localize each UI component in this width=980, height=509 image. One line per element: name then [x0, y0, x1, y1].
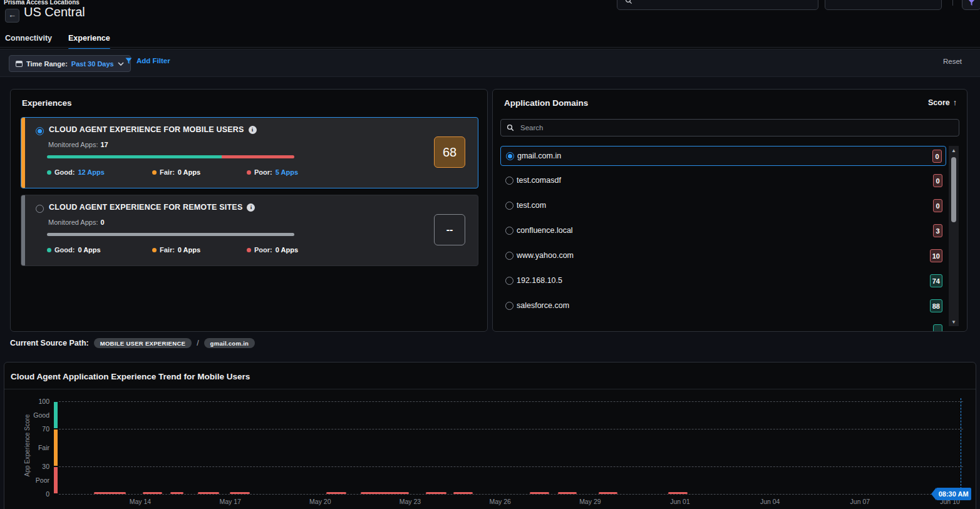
x-tick-label: May 17 [219, 498, 240, 505]
legend-value: 0 Apps [276, 246, 298, 254]
time-range-dropdown[interactable]: Time Range: Past 30 Days [9, 55, 131, 72]
gridline [59, 401, 963, 402]
application-domains-panel: Application Domains Score ↑ gmail.com.in… [492, 89, 967, 332]
score-sort-header[interactable]: Score ↑ [928, 98, 957, 107]
application-domains-title: Application Domains [504, 98, 588, 108]
domain-radio[interactable] [505, 302, 513, 310]
series-segment [230, 492, 250, 494]
experience-radio[interactable] [36, 127, 44, 135]
axis-band-good [54, 402, 58, 428]
scroll-down-button[interactable]: ▼ [949, 317, 959, 326]
tab-bar-divider [0, 47, 980, 48]
series-segment [668, 492, 687, 494]
domain-radio[interactable] [505, 252, 513, 260]
domain-row[interactable]: gmail.com.in0 [500, 146, 946, 166]
series-segment [143, 492, 162, 494]
score-badge: 0 [932, 150, 942, 163]
legend-item: Fair:0 Apps [152, 246, 200, 254]
score-badge: 3 [933, 224, 942, 237]
legend-dot [152, 248, 157, 252]
series-segment [426, 492, 446, 494]
legend-value[interactable]: 12 Apps [78, 168, 104, 176]
legend-label: Poor: [254, 168, 272, 176]
score-badge: 0 [933, 199, 942, 212]
domain-row[interactable]: www.yahoo.com10 [500, 246, 946, 266]
experience-radio[interactable] [36, 205, 44, 213]
legend-label: Fair: [160, 246, 175, 254]
apps-distribution-bar [47, 155, 294, 158]
x-tick-label: May 23 [400, 498, 421, 505]
scroll-up-button[interactable]: ▲ [949, 146, 959, 155]
experience-card-remote-sites[interactable]: CLOUD AGENT EXPERIENCE FOR REMOTE SITESM… [21, 195, 478, 266]
experience-card-title: CLOUD AGENT EXPERIENCE FOR MOBILE USERS [49, 125, 244, 134]
series-segment [94, 492, 126, 494]
monitored-apps: Monitored Apps:0 [48, 219, 105, 226]
search-icon [507, 124, 514, 131]
legend-item: Poor:5 Apps [247, 168, 298, 176]
domain-row[interactable] [500, 321, 946, 332]
domain-radio[interactable] [505, 227, 513, 235]
monitored-apps-value: 17 [101, 141, 108, 148]
domain-row[interactable]: test.com0 [500, 196, 946, 216]
legend-value[interactable]: 5 Apps [276, 168, 298, 176]
experiences-panel: Experiences CLOUD AGENT EXPERIENCE FOR M… [10, 89, 488, 332]
back-button[interactable]: ← [5, 9, 19, 23]
header: Prisma Access Locations ← US Central [0, 0, 980, 49]
legend-dot [247, 170, 251, 175]
domain-radio[interactable] [505, 277, 513, 285]
domain-radio[interactable] [505, 202, 513, 210]
y-tick-label: 100 [26, 398, 49, 405]
x-tick-label: Jun 01 [670, 498, 690, 505]
domain-row[interactable]: confluence.local3 [500, 221, 946, 241]
legend-item: Good:12 Apps [47, 168, 105, 176]
source-path-label: Current Source Path: [10, 339, 89, 347]
domain-row[interactable]: 192.168.10.574 [500, 271, 946, 291]
domain-search-input[interactable] [519, 123, 953, 132]
score-badge [933, 324, 942, 332]
x-tick-label: May 26 [489, 498, 510, 505]
legend-value: 0 Apps [78, 246, 100, 254]
sort-ascending-icon: ↑ [953, 98, 957, 107]
domain-radio[interactable] [506, 152, 514, 160]
domain-row[interactable]: test.comasdf0 [500, 171, 946, 191]
page-title: US Central [24, 5, 85, 19]
apps-distribution-bar [47, 233, 294, 236]
score-box: 68 [434, 136, 465, 168]
legend-value: 0 Apps [178, 168, 200, 176]
domain-radio[interactable] [505, 177, 513, 185]
current-time-line [961, 398, 961, 489]
experience-card-title: CLOUD AGENT EXPERIENCE FOR REMOTE SITES [49, 203, 242, 212]
experience-card-mobile-users[interactable]: CLOUD AGENT EXPERIENCE FOR MOBILE USERSM… [21, 117, 478, 188]
scrollbar[interactable]: ▲ ▼ [949, 146, 959, 326]
source-path-pill[interactable]: gmail.com.in [204, 338, 255, 348]
domain-name: www.yahoo.com [517, 251, 574, 260]
search-icon [625, 0, 632, 4]
reset-button[interactable]: Reset [943, 58, 962, 65]
y-tick-label: Good [26, 411, 49, 419]
domain-row[interactable]: salesforce.com88 [500, 296, 946, 316]
info-icon[interactable] [249, 126, 257, 134]
series-segment [326, 492, 346, 494]
y-tick-label: 70 [26, 425, 49, 433]
scrollbar-thumb[interactable] [951, 157, 956, 222]
toolbar-box[interactable] [825, 0, 942, 10]
card-title-row: CLOUD AGENT EXPERIENCE FOR MOBILE USERS [49, 125, 257, 134]
legend-label: Fair: [160, 168, 175, 176]
source-path-pill[interactable]: MOBILE USER EXPERIENCE [94, 338, 192, 348]
add-filter-button[interactable]: Add Filter [125, 57, 170, 64]
series-segment [361, 492, 409, 494]
legend-label: Good: [54, 246, 75, 254]
app-root: Prisma Access Locations ← US Central Con… [0, 0, 980, 509]
series-segment [170, 492, 184, 494]
legend-dot [247, 248, 251, 252]
card-accent-stripe [21, 118, 25, 188]
gridline [59, 494, 963, 495]
legend-item: Fair:0 Apps [152, 168, 200, 176]
series-segment [558, 492, 577, 494]
score-badge: 74 [930, 274, 942, 287]
global-search-box[interactable] [617, 0, 818, 10]
info-icon[interactable] [247, 203, 255, 212]
legend-value: 0 Apps [178, 246, 200, 254]
map-button[interactable] [962, 0, 980, 10]
legend-dot [47, 248, 51, 252]
